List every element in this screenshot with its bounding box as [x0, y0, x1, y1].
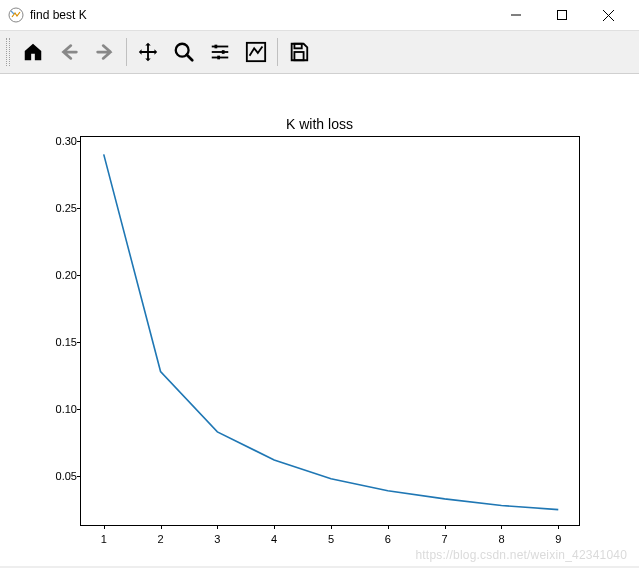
maximize-button[interactable] [539, 0, 585, 30]
xtick-mark [274, 525, 275, 529]
close-button[interactable] [585, 0, 631, 30]
ytick-mark [77, 208, 81, 209]
configure-subplots-button[interactable] [203, 35, 237, 69]
ytick-label: 0.05 [41, 470, 77, 482]
xtick-label: 2 [157, 533, 163, 545]
svg-rect-14 [294, 44, 301, 49]
xtick-mark [445, 525, 446, 529]
save-icon [288, 41, 310, 63]
xtick-mark [217, 525, 218, 529]
svg-line-6 [187, 55, 193, 61]
xtick-mark [161, 525, 162, 529]
ytick-mark [77, 409, 81, 410]
ytick-label: 0.15 [41, 336, 77, 348]
xtick-label: 9 [555, 533, 561, 545]
pan-button[interactable] [131, 35, 165, 69]
xtick-label: 7 [442, 533, 448, 545]
plot-area: K with loss 0.050.100.150.200.250.301234… [0, 74, 639, 568]
edit-axes-button[interactable] [239, 35, 273, 69]
chart-axes[interactable]: 0.050.100.150.200.250.30123456789 [80, 136, 580, 526]
ytick-mark [77, 275, 81, 276]
toolbar-separator [277, 38, 278, 66]
svg-rect-2 [558, 11, 567, 20]
ytick-label: 0.30 [41, 135, 77, 147]
window-controls [493, 0, 631, 30]
ytick-label: 0.20 [41, 269, 77, 281]
move-icon [137, 41, 159, 63]
sliders-icon [209, 41, 231, 63]
chart-line-icon [245, 41, 267, 63]
ytick-label: 0.10 [41, 403, 77, 415]
xtick-mark [501, 525, 502, 529]
magnify-icon [173, 41, 195, 63]
toolbar-handle [6, 38, 10, 66]
xtick-mark [331, 525, 332, 529]
window-titlebar: find best K [0, 0, 639, 30]
xtick-label: 1 [101, 533, 107, 545]
xtick-label: 4 [271, 533, 277, 545]
forward-button[interactable] [88, 35, 122, 69]
app-icon [8, 7, 24, 23]
xtick-label: 6 [385, 533, 391, 545]
ytick-mark [77, 476, 81, 477]
minimize-button[interactable] [493, 0, 539, 30]
save-button[interactable] [282, 35, 316, 69]
svg-rect-8 [215, 45, 218, 49]
data-line [104, 154, 559, 509]
toolbar-separator [126, 38, 127, 66]
xtick-label: 5 [328, 533, 334, 545]
matplotlib-toolbar [0, 30, 639, 74]
svg-rect-12 [217, 56, 220, 60]
back-button[interactable] [52, 35, 86, 69]
svg-rect-15 [294, 52, 303, 60]
arrow-right-icon [94, 41, 116, 63]
chart-canvas [81, 137, 581, 527]
arrow-left-icon [58, 41, 80, 63]
xtick-mark [558, 525, 559, 529]
home-icon [22, 41, 44, 63]
home-button[interactable] [16, 35, 50, 69]
xtick-label: 8 [498, 533, 504, 545]
watermark-text: https://blog.csdn.net/weixin_42341040 [415, 548, 627, 562]
window-title: find best K [30, 8, 493, 22]
ytick-label: 0.25 [41, 202, 77, 214]
chart-title: K with loss [0, 116, 639, 132]
svg-rect-10 [222, 50, 225, 54]
zoom-button[interactable] [167, 35, 201, 69]
xtick-label: 3 [214, 533, 220, 545]
ytick-mark [77, 342, 81, 343]
ytick-mark [77, 141, 81, 142]
xtick-mark [104, 525, 105, 529]
xtick-mark [388, 525, 389, 529]
